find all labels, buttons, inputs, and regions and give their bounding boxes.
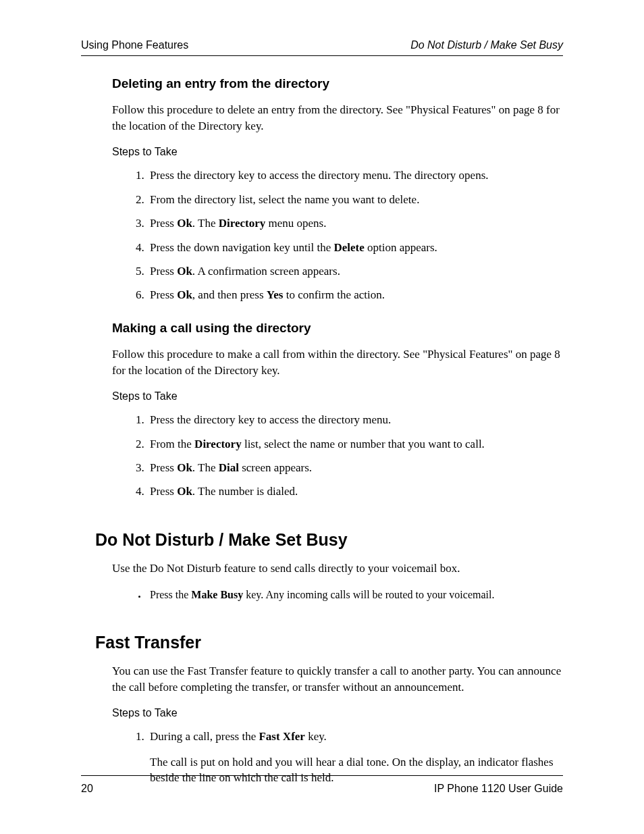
step-text: From the directory list, select the name… — [150, 193, 419, 206]
step-text: , and then press — [192, 288, 267, 301]
step-text: . The — [192, 461, 219, 474]
bold-make-busy: Make Busy — [191, 589, 243, 600]
step-text: . The — [192, 217, 219, 230]
header-left: Using Phone Features — [81, 39, 188, 51]
step-text: to confirm the action. — [283, 288, 385, 301]
step-text: . The number is dialed. — [192, 485, 298, 498]
list-item: Press the down navigation key until the … — [147, 240, 563, 255]
bold-dial: Dial — [219, 461, 239, 474]
heading-making-call: Making a call using the directory — [112, 319, 563, 337]
intro-do-not-disturb: Use the Do Not Disturb feature to send c… — [112, 561, 563, 576]
intro-fast-transfer: You can use the Fast Transfer feature to… — [112, 663, 563, 695]
bold-delete: Delete — [333, 241, 364, 254]
step-text: option appears. — [365, 241, 437, 254]
step-text: During a call, press the — [150, 730, 259, 743]
bullet-text: Press the — [150, 589, 191, 600]
page-content: Deleting an entry from the directory Fol… — [81, 75, 563, 786]
step-text: Press — [150, 217, 177, 230]
bold-ok: Ok — [177, 265, 192, 278]
page-number: 20 — [81, 783, 93, 795]
steps-label: Steps to Take — [112, 706, 563, 721]
step-text: Press — [150, 288, 177, 301]
step-text: From the — [150, 438, 194, 450]
header-right: Do Not Disturb / Make Set Busy — [410, 39, 563, 51]
list-item: Press the directory key to access the di… — [147, 412, 563, 427]
step-text: Press — [150, 461, 177, 474]
heading-do-not-disturb: Do Not Disturb / Make Set Busy — [95, 528, 563, 552]
step-text: Press the directory key to access the di… — [150, 169, 489, 182]
intro-making-call: Follow this procedure to make a call fro… — [112, 346, 563, 378]
list-item: Press Ok. A confirmation screen appears. — [147, 263, 563, 279]
intro-deleting-entry: Follow this procedure to delete an entry… — [112, 102, 563, 134]
bold-directory: Directory — [219, 217, 266, 230]
bold-yes: Yes — [267, 288, 284, 301]
bold-ok: Ok — [177, 288, 192, 301]
step-text: menu opens. — [265, 217, 326, 230]
step-text: screen appears. — [239, 461, 312, 474]
step-text: . A confirmation screen appears. — [192, 265, 340, 278]
step-text: Press the directory key to access the di… — [150, 413, 391, 426]
list-item: From the Directory list, select the name… — [147, 436, 563, 452]
bold-ok: Ok — [177, 217, 192, 230]
list-item: Press Ok. The Dial screen appears. — [147, 460, 563, 475]
bold-fast-xfer: Fast Xfer — [259, 730, 304, 743]
bold-directory: Directory — [194, 438, 242, 450]
step-text: key. — [305, 730, 327, 743]
step-text: Press — [150, 265, 177, 278]
bullet-list-dnd: Press the Make Busy key. Any incoming ca… — [112, 588, 563, 602]
heading-fast-transfer: Fast Transfer — [95, 631, 563, 654]
running-footer: 20 IP Phone 1120 User Guide — [81, 775, 563, 795]
document-title: IP Phone 1120 User Guide — [434, 783, 563, 795]
list-item: Press Ok. The Directory menu opens. — [147, 215, 563, 231]
steps-label: Steps to Take — [112, 389, 563, 404]
bold-ok: Ok — [177, 485, 192, 498]
steps-list-deleting: Press the directory key to access the di… — [112, 167, 563, 303]
steps-label: Steps to Take — [112, 145, 563, 159]
heading-deleting-entry: Deleting an entry from the directory — [112, 75, 563, 93]
steps-list-making-call: Press the directory key to access the di… — [112, 412, 563, 500]
list-item: Press the Make Busy key. Any incoming ca… — [147, 588, 563, 602]
step-text: Press the down navigation key until the — [150, 241, 333, 254]
page: Using Phone Features Do Not Disturb / Ma… — [0, 0, 644, 834]
bold-ok: Ok — [177, 461, 192, 474]
list-item: Press Ok, and then press Yes to confirm … — [147, 287, 563, 303]
list-item: Press the directory key to access the di… — [147, 167, 563, 183]
running-header: Using Phone Features Do Not Disturb / Ma… — [81, 39, 563, 56]
step-text: list, select the name or number that you… — [242, 438, 485, 450]
list-item: From the directory list, select the name… — [147, 192, 563, 207]
step-text: Press — [150, 485, 177, 498]
list-item: Press Ok. The number is dialed. — [147, 484, 563, 499]
bullet-text: key. Any incoming calls will be routed t… — [243, 589, 494, 600]
